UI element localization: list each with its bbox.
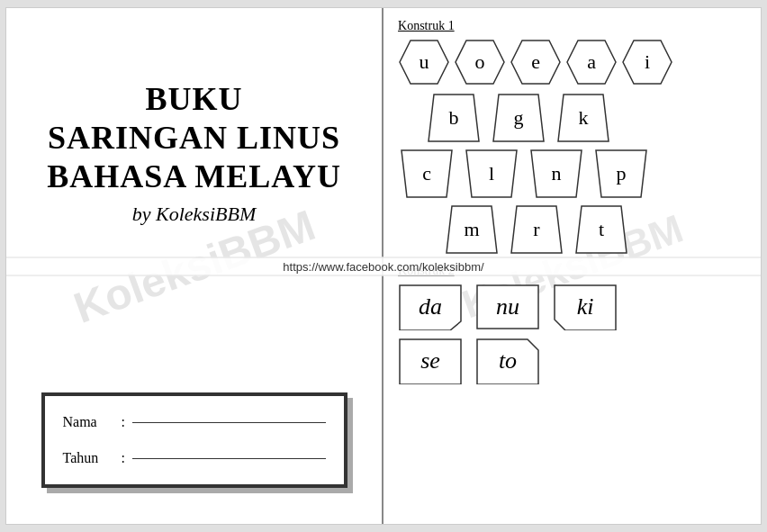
info-box: Nama : Tahun : xyxy=(41,392,347,488)
syl-se: se xyxy=(398,338,463,384)
trap-row-2: b g k xyxy=(425,93,746,143)
right-content: Konstruk 1 u o e xyxy=(398,19,746,392)
hex-o: o xyxy=(454,39,506,86)
syl-nu: nu xyxy=(475,284,540,330)
trap-p: p xyxy=(592,149,650,199)
hex-e: e xyxy=(510,39,562,86)
nama-label: Nama xyxy=(63,414,122,430)
book-container: KoleksiBBM BUKU SARINGAN LINUS BAHASA ME… xyxy=(5,7,762,525)
syl-to: to xyxy=(475,338,540,384)
trap-l: l xyxy=(463,149,520,199)
syllable-row-1: da nu ki xyxy=(398,284,746,330)
title-text: BUKU SARINGAN LINUS BAHASA MELAYU xyxy=(47,80,341,197)
konstruk1-label: Konstruk 1 xyxy=(398,19,746,33)
trap-r: r xyxy=(508,204,565,255)
tahun-line xyxy=(132,457,326,459)
trap-b: b xyxy=(425,93,483,143)
hex-u: u xyxy=(398,39,450,86)
nama-line xyxy=(132,421,326,423)
hex-i: i xyxy=(621,39,673,86)
trap-g: g xyxy=(490,93,547,143)
syl-da: da xyxy=(398,284,463,330)
tahun-colon: : xyxy=(122,450,125,466)
trap-row-3: c l n p xyxy=(398,149,746,199)
hex-a: a xyxy=(565,39,618,86)
subtitle-text: by KoleksiBBM xyxy=(47,203,341,226)
syllable-row-2: se to xyxy=(398,338,746,384)
nama-colon: : xyxy=(122,414,125,430)
trap-c: c xyxy=(398,149,456,199)
trap-row-4: m r t xyxy=(443,204,746,255)
konstruk2-section: Konstruk 2 da nu k xyxy=(398,264,746,384)
trap-k: k xyxy=(555,93,612,143)
hex-row-1: u o e a xyxy=(398,39,746,86)
trap-t: t xyxy=(573,204,630,255)
tahun-field: Tahun : xyxy=(63,450,326,466)
left-title: BUKU SARINGAN LINUS BAHASA MELAYU by Kol… xyxy=(47,80,341,226)
trap-n: n xyxy=(528,149,585,199)
tahun-label: Tahun xyxy=(63,450,122,466)
syl-ki: ki xyxy=(553,284,618,330)
nama-field: Nama : xyxy=(63,414,326,430)
trap-m: m xyxy=(443,204,501,255)
facebook-bar: https://www.facebook.com/koleksibbm/ xyxy=(6,257,761,275)
